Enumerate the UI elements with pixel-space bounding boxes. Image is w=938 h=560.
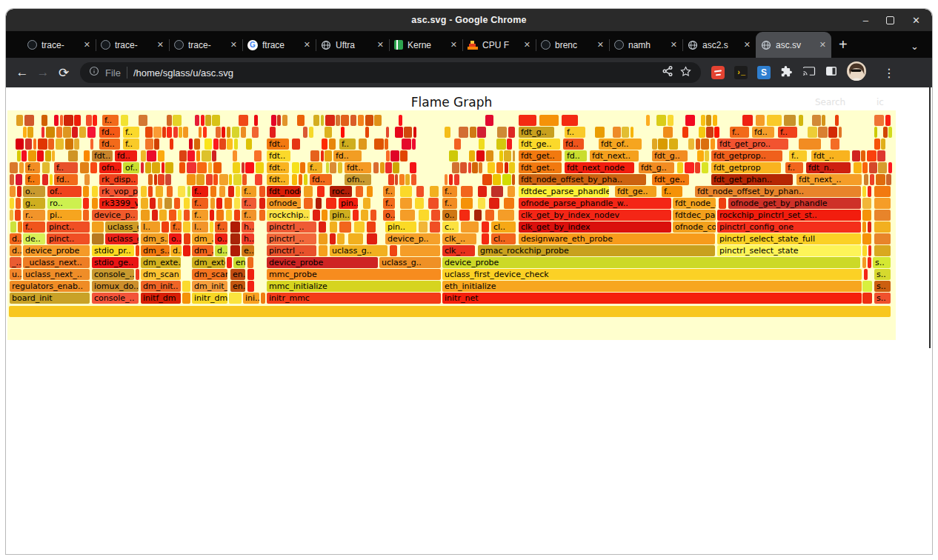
flame-frame[interactable]: dm_exte.. (141, 257, 181, 268)
flame-frame-small[interactable] (430, 221, 440, 233)
flame-frame[interactable]: ofnode_g.. (267, 198, 301, 209)
flame-frame[interactable]: f.. (789, 150, 807, 161)
flame-frame-small[interactable] (862, 281, 872, 292)
flame-frame-small[interactable] (697, 150, 704, 161)
flame-frame[interactable]: uclass_g.. (105, 221, 139, 233)
tab-trace[interactable]: trace-✕ (22, 32, 96, 58)
flame-frame-small[interactable] (233, 150, 237, 161)
flame-frame-small[interactable] (52, 150, 55, 161)
flame-frame-small[interactable] (212, 115, 220, 126)
flame-frame[interactable]: f.. (192, 198, 208, 209)
flame-frame[interactable]: fdt.. (267, 174, 289, 185)
flame-frame-small[interactable] (831, 139, 839, 150)
tab-close-icon[interactable]: ✕ (524, 40, 530, 50)
flame-frame-small[interactable] (361, 210, 368, 221)
flame-frame[interactable]: en.. (230, 281, 245, 292)
flame-frame-small[interactable] (10, 221, 16, 233)
flame-frame-small[interactable] (835, 115, 839, 126)
flame-frame-small[interactable] (153, 127, 162, 138)
flame-frame-small[interactable] (415, 198, 424, 209)
flame-frame-small[interactable] (874, 233, 891, 244)
flame-frame-small[interactable] (652, 139, 657, 150)
flame-frame[interactable]: dm_.. (192, 245, 213, 256)
flame-frame-small[interactable] (303, 127, 307, 138)
flame-frame-small[interactable] (370, 210, 376, 221)
flame-frame-small[interactable] (183, 245, 190, 256)
flame-frame-small[interactable] (178, 210, 182, 221)
flame-frame-small[interactable] (16, 115, 23, 126)
flame-frame-small[interactable] (701, 115, 705, 126)
flame-frame-small[interactable] (862, 210, 871, 221)
flame-frame[interactable]: fdt_next.. (590, 150, 639, 161)
tab-uftra[interactable]: Uftra✕ (316, 32, 389, 58)
flame-frame-small[interactable] (419, 210, 429, 221)
todoist-extension-icon[interactable] (711, 66, 725, 79)
flame-frame-small[interactable] (201, 115, 204, 126)
flame-frame-small[interactable] (461, 198, 473, 209)
flame-frame[interactable]: d.. (10, 233, 21, 244)
flame-frame[interactable]: o.. (169, 233, 182, 244)
flame-frame[interactable]: f.. (123, 139, 139, 150)
flame-frame-small[interactable] (385, 139, 388, 150)
flame-frame-small[interactable] (234, 198, 240, 209)
flame-frame[interactable]: fd.. (99, 127, 120, 138)
flame-frame-small[interactable] (246, 139, 252, 150)
flame-frame-small[interactable] (862, 186, 866, 197)
flame-frame[interactable]: fd.. (54, 174, 78, 185)
flame-frame-small[interactable] (508, 127, 515, 138)
flame-frame-small[interactable] (219, 139, 226, 150)
flame-frame-small[interactable] (325, 127, 332, 138)
flame-frame[interactable]: device_p.. (92, 210, 138, 221)
flame-frame-small[interactable] (234, 139, 238, 150)
flame-frame-small[interactable] (23, 127, 27, 138)
flame-frame-small[interactable] (868, 245, 871, 256)
flame-frame-small[interactable] (513, 150, 515, 161)
flame-frame-small[interactable] (141, 150, 146, 161)
page-scrollbar[interactable] (929, 87, 931, 348)
flame-frame-small[interactable] (862, 293, 872, 304)
flame-frame-small[interactable] (187, 186, 190, 197)
flame-frame-small[interactable] (489, 198, 499, 209)
flame-frame-small[interactable] (56, 139, 64, 150)
flame-frame-small[interactable] (862, 221, 866, 233)
flame-frame-small[interactable] (445, 174, 448, 185)
flame-frame-small[interactable] (187, 162, 196, 173)
flame-frame[interactable]: device_probe (267, 257, 378, 268)
flame-frame-small[interactable] (808, 127, 817, 138)
flame-frame[interactable]: stdio_pr.. (92, 245, 134, 256)
flame-frame[interactable]: f.. (242, 198, 256, 209)
flame-frame-small[interactable] (227, 127, 230, 138)
flame-frame[interactable]: f.. (339, 139, 356, 150)
flame-frame-small[interactable] (519, 115, 536, 126)
flame-frame-small[interactable] (864, 174, 868, 185)
flame-frame[interactable]: f.. (383, 186, 395, 197)
flame-frame-small[interactable] (502, 174, 511, 185)
tab-close-icon[interactable]: ✕ (819, 40, 826, 50)
flame-frame-small[interactable] (646, 115, 650, 126)
flame-frame-small[interactable] (152, 210, 158, 221)
page-info-icon[interactable] (89, 66, 99, 79)
flame-frame-small[interactable] (714, 127, 719, 138)
flame-frame-small[interactable] (304, 174, 307, 185)
flame-frame[interactable]: uclass_g.. (379, 257, 441, 268)
flame-frame-small[interactable] (685, 115, 695, 126)
flame-frame-small[interactable] (17, 186, 21, 197)
tab-close-icon[interactable]: ✕ (157, 40, 164, 50)
close-icon[interactable]: ✕ (912, 16, 920, 25)
flame-frame-small[interactable] (79, 127, 86, 138)
flame-frame-small[interactable] (493, 174, 501, 185)
tab-brenc[interactable]: brenc✕ (536, 32, 609, 58)
flame-frame-small[interactable] (449, 174, 453, 185)
flame-frame-small[interactable] (385, 162, 392, 173)
flame-frame-small[interactable] (656, 115, 666, 126)
flame-frame-small[interactable] (400, 210, 415, 221)
flame-frame[interactable]: s.. (874, 293, 891, 304)
flame-frame-small[interactable] (485, 115, 493, 126)
flame-frame-small[interactable] (154, 139, 159, 150)
flame-frame-small[interactable] (145, 139, 153, 150)
flame-frame-small[interactable] (179, 150, 187, 161)
tab-asc2-s[interactable]: asc2.s✕ (682, 32, 756, 58)
flame-frame[interactable]: of.. (47, 186, 82, 197)
flame-frame-small[interactable] (213, 162, 222, 173)
flame-frame-small[interactable] (42, 174, 48, 185)
